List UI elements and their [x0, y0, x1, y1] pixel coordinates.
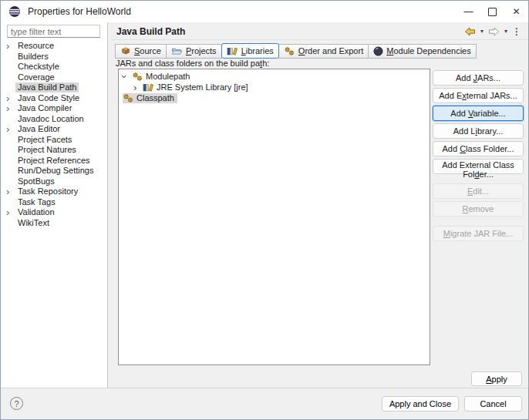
view-menu-icon[interactable]: ⋮ [510, 26, 523, 37]
sidebar-item-label: Java Code Style [15, 93, 82, 103]
tree-item-classpath[interactable]: Classpath [119, 92, 430, 103]
sidebar-item-coverage[interactable]: Coverage [1, 72, 106, 83]
action-button-column: Add JARs... Add External JARs... Add Var… [433, 70, 524, 244]
close-button[interactable]: ✕ [504, 1, 528, 22]
chevron-right-icon[interactable]: › [6, 187, 15, 196]
back-history-dropdown-icon[interactable]: ▾ [479, 28, 485, 35]
forward-button[interactable] [487, 26, 501, 37]
add-external-class-folder-button[interactable]: Add External Class Folder... [433, 159, 524, 174]
sidebar-item-label: Java Build Path [15, 82, 79, 92]
add-variable-button[interactable]: Add Variable... [433, 106, 524, 121]
build-path-tree[interactable]: › Modulepath › JRE System Library [jre] [118, 69, 430, 365]
history-toolbar: ▾ ▾ ⋮ [463, 25, 523, 38]
tree-item-label: Classpath [136, 93, 174, 102]
sidebar-item-label: Task Tags [15, 197, 58, 207]
sidebar-item-label: Project References [15, 156, 93, 166]
sidebar-item-label: Java Editor [15, 124, 62, 134]
sidebar-item-resource[interactable]: › Resource [1, 41, 106, 52]
sidebar-item-validation[interactable]: › Validation [1, 207, 106, 218]
tab-label: Order and Export [298, 46, 363, 55]
tree-item-jre-system-library[interactable]: › JRE System Library [jre] [119, 82, 430, 92]
sidebar-item-checkstyle[interactable]: Checkstyle [1, 62, 106, 72]
chevron-right-icon[interactable]: › [6, 94, 15, 102]
tab-projects[interactable]: Projects [166, 44, 222, 59]
sidebar-item-label: Checkstyle [15, 62, 62, 72]
minimize-button[interactable]: — [457, 1, 480, 22]
chevron-right-icon[interactable]: › [6, 42, 15, 50]
gears-icon [284, 46, 295, 56]
chevron-right-icon[interactable]: › [6, 208, 15, 217]
chevron-right-icon[interactable]: › [133, 83, 143, 92]
footer-bar: ? Apply and Close Cancel [1, 388, 528, 419]
tab-label: Projects [186, 46, 217, 55]
sidebar-item-label: Task Repository [15, 186, 80, 197]
sidebar-item-spotbugs[interactable]: SpotBugs [1, 176, 106, 187]
tree-item-label: JRE System Library [jre] [157, 82, 248, 92]
gears-icon [123, 93, 136, 103]
tab-source[interactable]: Source [115, 44, 167, 59]
maximize-icon [488, 8, 497, 16]
add-jars-button[interactable]: Add JARs... [433, 70, 524, 86]
filter-input[interactable] [7, 25, 100, 38]
sidebar-item-label: Javadoc Location [15, 114, 86, 124]
chevron-right-icon[interactable]: › [6, 104, 15, 113]
eclipse-logo-icon [8, 5, 21, 18]
sidebar-item-label: Java Compiler [15, 103, 74, 113]
sidebar-item-project-references[interactable]: Project References [1, 156, 106, 166]
library-icon [227, 46, 238, 56]
sidebar-item-java-compiler[interactable]: › Java Compiler [1, 103, 106, 114]
add-external-jars-button[interactable]: Add External JARs... [433, 88, 524, 103]
sidebar-item-javadoc-location[interactable]: Javadoc Location [1, 114, 106, 125]
sidebar-item-project-natures[interactable]: Project Natures [1, 145, 106, 156]
tab-order-and-export[interactable]: Order and Export [278, 44, 369, 59]
migrate-jar-file-button[interactable]: Migrate JAR File... [433, 226, 524, 241]
sidebar-item-task-repository[interactable]: › Task Repository [1, 186, 106, 197]
sidebar-item-wikitext[interactable]: WikiText [1, 218, 106, 229]
tree-item-modulepath[interactable]: › Modulepath [119, 71, 430, 82]
window-title: Properties for HelloWorld [28, 6, 131, 17]
sidebar-item-label: Project Facets [15, 135, 74, 145]
tab-label: Module Dependencies [386, 46, 470, 55]
tab-libraries[interactable]: Libraries [221, 43, 279, 59]
apply-button[interactable]: Apply [471, 371, 522, 386]
header-divider [111, 39, 528, 40]
titlebar: Properties for HelloWorld — ✕ [1, 1, 528, 22]
back-button[interactable] [463, 26, 477, 37]
sidebar-item-label: Resource [15, 41, 56, 51]
chevron-right-icon[interactable]: › [6, 125, 15, 133]
sidebar-item-java-editor[interactable]: › Java Editor [1, 124, 106, 135]
chevron-down-icon[interactable]: › [123, 72, 132, 81]
sidebar-item-task-tags[interactable]: Task Tags [1, 197, 106, 208]
sidebar-item-label: Coverage [15, 72, 57, 82]
sidebar-item-builders[interactable]: Builders [1, 52, 106, 62]
add-class-folder-button[interactable]: Add Class Folder... [433, 141, 524, 156]
help-button[interactable]: ? [10, 397, 23, 410]
sidebar-tree: › Resource Builders Checkstyle Coverage … [1, 41, 106, 228]
package-icon [120, 46, 131, 55]
sidebar-item-label: Builders [15, 52, 51, 62]
tab-module-dependencies[interactable]: Module Dependencies [368, 44, 476, 59]
sidebar-item-project-facets[interactable]: Project Facets [1, 135, 106, 146]
properties-dialog: Properties for HelloWorld — ✕ › Resource… [0, 0, 529, 420]
build-path-label: JARs and class folders on the build path… [116, 59, 269, 68]
sidebar-item-label: WikiText [15, 218, 52, 228]
forward-history-dropdown-icon[interactable]: ▾ [503, 28, 509, 35]
edit-button[interactable]: Edit... [433, 183, 524, 199]
add-library-button[interactable]: Add Library... [433, 123, 524, 139]
sidebar-item-run-debug-settings[interactable]: Run/Debug Settings [1, 166, 106, 176]
sidebar-item-label: Validation [15, 207, 57, 217]
sidebar-item-java-code-style[interactable]: › Java Code Style [1, 93, 106, 104]
remove-button[interactable]: Remove [433, 201, 524, 217]
sidebar: › Resource Builders Checkstyle Coverage … [1, 22, 108, 388]
main-panel: Java Build Path ▾ ▾ ⋮ [109, 22, 528, 388]
sidebar-item-java-build-path[interactable]: Java Build Path [1, 82, 106, 93]
open-folder-icon [171, 46, 183, 55]
tree-item-label: Modulepath [146, 72, 190, 81]
maximize-button[interactable] [480, 1, 504, 22]
sidebar-item-label: SpotBugs [15, 176, 57, 186]
cancel-button[interactable]: Cancel [464, 396, 522, 412]
module-icon [373, 46, 383, 56]
apply-and-close-button[interactable]: Apply and Close [382, 396, 459, 412]
library-icon [143, 82, 157, 92]
sidebar-item-label: Run/Debug Settings [15, 166, 96, 176]
